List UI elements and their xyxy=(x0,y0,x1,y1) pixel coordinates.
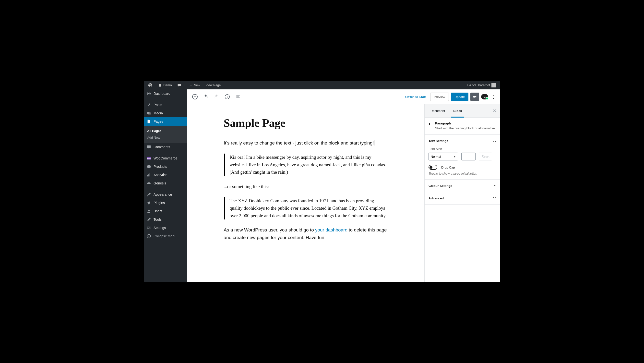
list-icon xyxy=(236,94,240,99)
menu-posts[interactable]: Posts xyxy=(144,101,187,109)
svg-rect-1 xyxy=(147,112,150,114)
analytics-icon xyxy=(147,173,151,177)
block-type-description: Start with the building block of all nar… xyxy=(435,126,496,130)
menu-tools[interactable]: Tools xyxy=(144,215,187,224)
pin-icon xyxy=(147,103,151,107)
page-icon xyxy=(147,119,151,124)
svg-rect-6 xyxy=(150,174,150,176)
colour-settings-toggle[interactable]: Colour Settings ﹀ xyxy=(424,180,500,192)
new-content-link[interactable]: + New xyxy=(188,81,202,90)
dashboard-link[interactable]: your dashboard xyxy=(315,227,348,232)
view-page-link[interactable]: View Page xyxy=(204,81,222,90)
menu-appearance[interactable]: Appearance xyxy=(144,190,187,199)
chevron-down-icon: ﹀ xyxy=(493,196,496,200)
info-button[interactable] xyxy=(223,92,232,101)
wrench-icon xyxy=(147,217,151,222)
menu-media[interactable]: Media xyxy=(144,109,187,117)
font-size-select[interactable]: Normal xyxy=(428,152,458,160)
add-block-button[interactable] xyxy=(190,92,199,101)
menu-comments[interactable]: Comments xyxy=(144,143,187,151)
jetpack-badge[interactable]: G xyxy=(481,94,488,100)
settings-sidebar: Document Block ✕ ¶ Paragraph Start with … xyxy=(424,104,500,282)
plus-circle-icon xyxy=(192,94,198,100)
drop-cap-label: Drop Cap xyxy=(441,166,455,169)
font-size-reset-button[interactable]: Reset xyxy=(479,152,492,160)
paragraph-icon: ¶ xyxy=(428,122,432,130)
pages-submenu: All Pages Add New xyxy=(144,126,187,143)
block-type-name: Paragraph xyxy=(435,122,496,125)
site-name: Demo xyxy=(163,83,172,87)
preview-button[interactable]: Preview xyxy=(430,92,449,101)
collapse-icon xyxy=(147,234,151,238)
drop-cap-toggle[interactable] xyxy=(428,165,437,170)
redo-button xyxy=(212,92,221,101)
avatar xyxy=(492,83,496,88)
menu-settings[interactable]: Settings xyxy=(144,224,187,232)
menu-products[interactable]: Products xyxy=(144,162,187,171)
brush-icon xyxy=(147,192,151,197)
plus-icon: + xyxy=(190,83,192,88)
info-icon xyxy=(224,94,230,100)
paragraph-block[interactable]: It's really easy to change the text - ju… xyxy=(224,139,388,147)
submenu-all-pages[interactable]: All Pages xyxy=(144,128,187,134)
more-menu-button[interactable]: ⋮ xyxy=(490,94,497,100)
user-icon xyxy=(147,209,151,213)
svg-point-0 xyxy=(148,93,149,94)
new-label: New xyxy=(194,83,200,87)
redo-icon xyxy=(214,94,219,100)
admin-sidebar: Dashboard Posts Media Pages All Pages Ad… xyxy=(144,90,187,282)
menu-dashboard[interactable]: Dashboard xyxy=(144,90,187,98)
settings-toggle-button[interactable] xyxy=(470,92,479,101)
paragraph-block[interactable]: ...or something like this: xyxy=(224,183,388,190)
gear-icon xyxy=(472,94,477,99)
drop-cap-description: Toggle to show a large initial letter. xyxy=(428,172,496,176)
svg-rect-4 xyxy=(148,175,148,176)
menu-analytics[interactable]: Analytics xyxy=(144,171,187,179)
text-cursor xyxy=(374,140,374,146)
admin-bar: Demo 0 + New View Page Kia ora, barefoot xyxy=(144,81,500,90)
font-size-number-input[interactable] xyxy=(461,152,476,160)
outline-button[interactable] xyxy=(234,92,242,101)
sliders-icon xyxy=(147,226,151,230)
comments-link[interactable]: 0 xyxy=(175,81,186,90)
tab-block[interactable]: Block xyxy=(451,104,464,117)
update-button[interactable]: Update xyxy=(451,92,468,101)
menu-woocommerce[interactable]: Woo WooCommerce xyxy=(144,154,187,162)
advanced-toggle[interactable]: Advanced ﹀ xyxy=(424,192,500,204)
home-icon xyxy=(158,83,162,87)
products-icon xyxy=(147,164,151,169)
svg-point-7 xyxy=(147,182,150,184)
svg-text:Woo: Woo xyxy=(147,158,150,159)
menu-genesis[interactable]: Genesis xyxy=(144,179,187,188)
page-title[interactable]: Sample Page xyxy=(224,116,388,130)
comment-count: 0 xyxy=(183,83,184,87)
editor-toolbar: Switch to Draft Preview Update G ⋮ xyxy=(187,90,500,104)
chevron-up-icon: ︿ xyxy=(493,139,496,143)
quote-block[interactable]: Kia ora! I'm a bike messenger by day, as… xyxy=(224,154,388,176)
paragraph-block[interactable]: As a new WordPress user, you should go t… xyxy=(224,226,388,241)
wp-logo[interactable] xyxy=(146,81,154,90)
editor-canvas[interactable]: Sample Page It's really easy to change t… xyxy=(187,104,424,282)
svg-point-8 xyxy=(148,210,150,212)
collapse-menu[interactable]: Collapse menu xyxy=(144,232,187,240)
media-icon xyxy=(147,111,151,115)
user-greeting[interactable]: Kia ora, barefoot xyxy=(464,81,498,90)
switch-to-draft-button[interactable]: Switch to Draft xyxy=(402,95,428,99)
chevron-down-icon: ﹀ xyxy=(493,184,496,188)
menu-pages[interactable]: Pages xyxy=(144,117,187,126)
text-settings-toggle[interactable]: Text Settings ︿ xyxy=(424,135,500,147)
svg-rect-5 xyxy=(148,174,149,176)
wordpress-icon xyxy=(148,83,152,88)
menu-users[interactable]: Users xyxy=(144,207,187,215)
submenu-add-new[interactable]: Add New xyxy=(144,134,187,141)
menu-plugins[interactable]: Plugins xyxy=(144,199,187,207)
tab-document[interactable]: Document xyxy=(428,104,447,117)
comments-icon xyxy=(147,145,151,149)
quote-block[interactable]: The XYZ Doohickey Company was founded in… xyxy=(224,197,388,220)
undo-button[interactable] xyxy=(201,92,210,101)
genesis-icon xyxy=(147,181,151,186)
site-home-link[interactable]: Demo xyxy=(156,81,174,90)
comment-icon xyxy=(177,83,181,87)
woocommerce-icon: Woo xyxy=(147,156,151,160)
close-settings-button[interactable]: ✕ xyxy=(493,108,496,114)
